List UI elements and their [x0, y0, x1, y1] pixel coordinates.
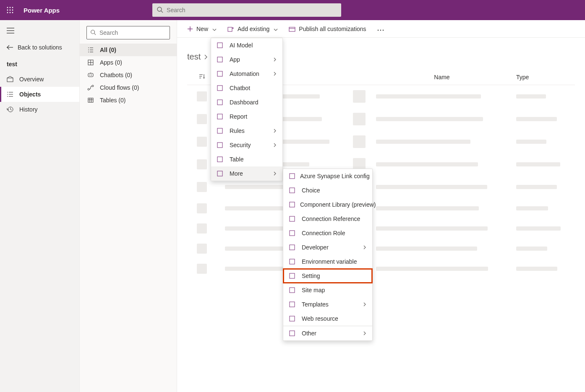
hamburger-icon[interactable] [0, 25, 79, 40]
menu-item-ai-model[interactable]: AI Model [211, 38, 282, 52]
nav-item-overview[interactable]: Overview [0, 72, 79, 87]
back-to-solutions[interactable]: Back to solutions [0, 40, 79, 55]
menu-item-table[interactable]: Table [211, 152, 282, 166]
svg-rect-46 [228, 27, 232, 31]
tree-label: All (0) [100, 47, 116, 53]
chevron-right-icon [204, 52, 207, 62]
menu-item-automation[interactable]: Automation [211, 67, 282, 81]
publish-button[interactable]: Publish all customizations [285, 23, 370, 35]
table-icon [87, 97, 95, 104]
menu-icon [289, 259, 297, 265]
menu-icon [217, 142, 225, 148]
left-nav: Back to solutions test Overview Objects … [0, 20, 80, 392]
menu-item-rules[interactable]: Rules [211, 124, 282, 138]
tree-item-apps[interactable]: Apps (0) [80, 56, 177, 69]
chevron-right-icon [273, 70, 277, 77]
submenu-item-developer[interactable]: Developer [283, 240, 372, 254]
tree-search[interactable] [86, 26, 170, 39]
global-search[interactable] [152, 3, 341, 17]
more-commands-button[interactable] [373, 23, 388, 35]
submenu-item-azure-synapse-link-config[interactable]: Azure Synapse Link config [283, 169, 372, 183]
col-name[interactable]: Name [376, 74, 508, 80]
menu-label: Table [230, 156, 243, 163]
svg-rect-76 [290, 288, 295, 293]
list-icon [87, 47, 95, 53]
menu-icon [289, 316, 297, 322]
svg-point-3 [7, 10, 8, 11]
menu-icon [289, 330, 297, 336]
chevron-right-icon [363, 301, 366, 308]
publish-label: Publish all customizations [299, 26, 366, 32]
add-existing-button[interactable]: Add existing [223, 23, 282, 35]
svg-rect-49 [289, 27, 295, 31]
menu-icon [289, 287, 297, 293]
submenu-item-templates[interactable]: Templates [283, 297, 372, 312]
menu-label: Setting [302, 273, 320, 279]
menu-icon [217, 85, 225, 91]
tree-item-all[interactable]: All (0) [80, 44, 177, 56]
nav-item-objects[interactable]: Objects [0, 87, 79, 102]
table-row [187, 198, 575, 218]
svg-rect-74 [290, 259, 295, 264]
chevron-right-icon [273, 170, 277, 177]
svg-rect-67 [217, 171, 222, 176]
menu-item-app[interactable]: App [211, 52, 282, 67]
breadcrumb-root[interactable]: test [187, 52, 201, 62]
svg-point-53 [382, 29, 383, 30]
menu-label: Templates [302, 301, 329, 308]
submenu-item-connection-role[interactable]: Connection Role [283, 226, 372, 240]
svg-rect-70 [290, 202, 295, 207]
app-name[interactable]: Power Apps [24, 7, 60, 14]
nav-item-history[interactable]: History [0, 102, 79, 117]
submenu-item-web-resource[interactable]: Web resource [283, 312, 372, 326]
menu-item-more[interactable]: More [211, 166, 282, 181]
more-submenu: Azure Synapse Link configChoiceComponent… [283, 169, 373, 341]
svg-rect-69 [290, 188, 295, 193]
svg-point-51 [377, 29, 378, 30]
app-launcher-icon[interactable] [0, 7, 20, 13]
tree-item-tables[interactable]: Tables (0) [80, 94, 177, 106]
submenu-item-setting[interactable]: Setting [283, 269, 372, 283]
overview-icon [7, 76, 14, 83]
menu-item-security[interactable]: Security [211, 138, 282, 152]
menu-item-report[interactable]: Report [211, 109, 282, 124]
svg-rect-65 [217, 143, 222, 148]
tree-item-chatbots[interactable]: Chatbots (0) [80, 69, 177, 81]
submenu-item-site-map[interactable]: Site map [283, 283, 372, 297]
svg-point-4 [10, 10, 11, 11]
apps-icon [87, 59, 95, 66]
table-row [187, 259, 575, 279]
new-label: New [196, 26, 208, 32]
submenu-item-connection-reference[interactable]: Connection Reference [283, 212, 372, 226]
chevron-right-icon [273, 56, 277, 63]
svg-rect-15 [7, 78, 13, 82]
global-search-input[interactable] [167, 7, 337, 13]
submenu-item-component-library-preview-[interactable]: Component Library (preview) [283, 197, 372, 212]
svg-point-36 [91, 75, 92, 75]
submenu-item-choice[interactable]: Choice [283, 183, 372, 197]
new-button[interactable]: New [183, 23, 221, 35]
menu-label: Connection Role [302, 230, 345, 236]
table-row [187, 239, 575, 259]
nav-label: History [19, 106, 38, 113]
tree-item-cloudflows[interactable]: Cloud flows (0) [80, 81, 177, 94]
svg-rect-61 [217, 86, 222, 91]
menu-item-chatbot[interactable]: Chatbot [211, 81, 282, 95]
nav-label: Objects [19, 91, 41, 98]
submenu-item-environment-variable[interactable]: Environment variable [283, 254, 372, 269]
menu-label: Azure Synapse Link config [300, 173, 370, 179]
svg-point-39 [92, 85, 94, 87]
menu-label: Security [230, 142, 251, 148]
tree-label: Apps (0) [100, 59, 122, 66]
menu-label: Connection Reference [302, 215, 360, 222]
table-row [187, 218, 575, 239]
svg-rect-34 [88, 73, 93, 77]
menu-item-dashboard[interactable]: Dashboard [211, 95, 282, 109]
search-icon [157, 6, 163, 14]
menu-icon [289, 230, 297, 236]
tree-search-input[interactable] [99, 29, 166, 36]
col-type[interactable]: Type [516, 74, 575, 80]
menu-icon [217, 128, 225, 134]
tree-label: Tables (0) [100, 97, 125, 104]
submenu-item-other[interactable]: Other [283, 326, 372, 340]
